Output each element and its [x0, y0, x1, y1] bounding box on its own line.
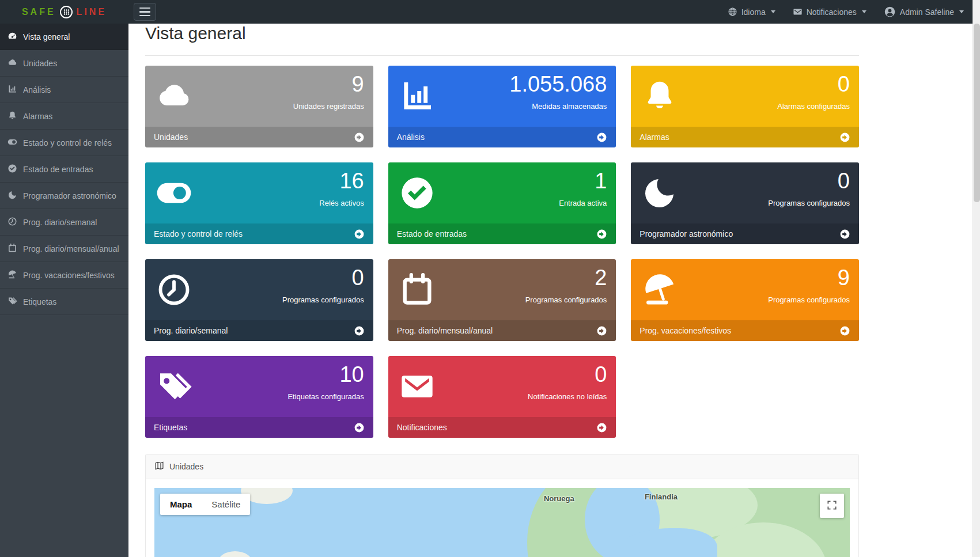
arrow-circle-right-icon — [596, 422, 607, 433]
globe-icon — [728, 7, 737, 17]
page-scrollbar[interactable] — [973, 0, 980, 557]
card-value: 0 — [595, 361, 607, 389]
map-type-control: Mapa Satélite — [160, 494, 250, 515]
sidebar-item-label: Vista general — [23, 32, 70, 41]
toggle-icon — [7, 137, 17, 149]
card-footer-link[interactable]: Prog. diario/semanal — [145, 320, 373, 341]
card-body: 0 Alarmas configuradas — [631, 66, 859, 127]
check-circle-icon — [7, 164, 17, 175]
calendar-icon — [7, 243, 17, 255]
card-footer-link[interactable]: Unidades — [145, 127, 373, 147]
card-footer-link[interactable]: Prog. vacaciones/festivos — [631, 320, 859, 341]
card-footer-link[interactable]: Etiquetas — [145, 417, 373, 438]
sidebar-item-alarmas[interactable]: Alarmas — [0, 103, 128, 130]
bar-chart-icon — [399, 78, 436, 115]
map-label-finlandia: Finlandia — [645, 492, 678, 501]
fullscreen-button[interactable] — [820, 494, 844, 518]
card-sublabel: Alarmas configuradas — [777, 102, 850, 111]
panel-body: Noruega Finlandia Mapa Satélite — [146, 479, 858, 557]
arrow-circle-right-icon — [596, 229, 607, 240]
sidebar-toggle-button[interactable] — [134, 3, 156, 21]
cloud-icon — [7, 58, 17, 69]
card-title: Análisis — [397, 132, 425, 142]
summary-card-prog-diario-semanal: 0 Programas configurados Prog. diario/se… — [145, 259, 373, 341]
summary-card-grid: 9 Unidades registradas Unidades 1.055.06… — [145, 66, 859, 438]
calendar-icon — [399, 271, 436, 308]
sidebar-item-label: Etiquetas — [23, 297, 56, 306]
card-body: 0 Programas configurados — [145, 259, 373, 320]
sidebar-item-label: Estado y control de relés — [23, 138, 112, 147]
panel-header: Unidades — [146, 454, 858, 479]
page-title: Vista general — [145, 24, 963, 43]
sidebar-item-prog-diario-semanal[interactable]: Prog. diario/semanal — [0, 209, 128, 236]
language-menu[interactable]: Idioma — [728, 7, 775, 17]
sidebar-item-prog-vacaciones-festivos[interactable]: Prog. vacaciones/festivos — [0, 262, 128, 289]
user-menu[interactable]: Admin Safeline — [884, 6, 964, 18]
arrow-circle-right-icon — [839, 325, 850, 336]
summary-card-programador-astronomico: 0 Programas configurados Programador ast… — [631, 162, 859, 244]
card-footer-link[interactable]: Análisis — [388, 127, 616, 147]
brand-logo[interactable]: SAFE LINE — [0, 0, 128, 24]
card-sublabel: Unidades registradas — [293, 102, 364, 111]
envelope-icon — [399, 368, 436, 405]
sidebar-item-estado-reles[interactable]: Estado y control de relés — [0, 130, 128, 156]
summary-card-notificaciones: 0 Notificaciones no leídas Notificacione… — [388, 356, 616, 438]
card-title: Estado de entradas — [397, 229, 467, 238]
map-type-button-mapa[interactable]: Mapa — [160, 494, 202, 515]
notifications-menu[interactable]: Notificaciones — [793, 7, 867, 17]
card-footer-link[interactable]: Estado de entradas — [388, 223, 616, 244]
sidebar-item-programador-astronomico[interactable]: Programador astronómico — [0, 183, 128, 209]
bell-icon — [641, 78, 678, 115]
card-sublabel: Etiquetas configuradas — [287, 392, 364, 401]
sidebar-item-label: Unidades — [23, 59, 57, 68]
map-type-button-satelite[interactable]: Satélite — [202, 494, 250, 515]
language-menu-label: Idioma — [741, 7, 766, 17]
fullscreen-icon — [826, 499, 838, 513]
card-value: 0 — [838, 168, 850, 195]
card-body: 16 Relés activos — [145, 162, 373, 223]
bar-chart-icon — [7, 84, 17, 96]
panel-title: Unidades — [169, 462, 203, 471]
card-sublabel: Programas configurados — [768, 199, 850, 207]
card-footer-link[interactable]: Estado y control de relés — [145, 223, 373, 244]
card-sublabel: Relés activos — [319, 199, 364, 207]
summary-card-estado-entradas: 1 Entrada activa Estado de entradas — [388, 162, 616, 244]
card-footer-link[interactable]: Notificaciones — [388, 417, 616, 438]
card-footer-link[interactable]: Alarmas — [631, 127, 859, 147]
sidebar-item-vista-general[interactable]: Vista general — [0, 24, 128, 50]
card-value: 9 — [352, 71, 364, 98]
tags-icon — [156, 368, 192, 405]
map-island — [218, 551, 252, 557]
card-footer-link[interactable]: Programador astronómico — [631, 223, 859, 244]
grid-empty-cell — [631, 356, 859, 438]
moon-icon — [7, 190, 17, 202]
summary-card-estado-reles: 16 Relés activos Estado y control de rel… — [145, 162, 373, 244]
brand-line-text: LINE — [77, 7, 107, 17]
card-title: Notificaciones — [397, 423, 447, 432]
moon-icon — [641, 175, 678, 211]
arrow-circle-right-icon — [839, 132, 850, 143]
title-divider — [145, 55, 859, 56]
card-footer-link[interactable]: Prog. diario/mensual/anual — [388, 320, 616, 341]
map-canvas[interactable]: Noruega Finlandia Mapa Satélite — [154, 488, 850, 557]
main-content: Vista general 9 Unidades registradas Uni… — [128, 24, 980, 557]
card-sublabel: Medidas almacenadas — [532, 102, 607, 111]
sidebar-item-etiquetas[interactable]: Etiquetas — [0, 289, 128, 315]
sidebar-item-unidades[interactable]: Unidades — [0, 50, 128, 77]
sidebar-item-estado-entradas[interactable]: Estado de entradas — [0, 156, 128, 183]
card-sublabel: Programas configurados — [768, 295, 850, 304]
sidebar-item-analisis[interactable]: Análisis — [0, 77, 128, 103]
chevron-down-icon — [862, 10, 867, 13]
sidebar-item-prog-diario-mensual-anual[interactable]: Prog. diario/mensual/anual — [0, 236, 128, 262]
card-value: 16 — [339, 168, 364, 195]
card-body: 1 Entrada activa — [388, 162, 616, 223]
top-navbar: SAFE LINE Idioma Notificaciones Admin Sa… — [0, 0, 980, 24]
card-body: 1.055.068 Medidas almacenadas — [388, 66, 616, 127]
summary-card-unidades: 9 Unidades registradas Unidades — [145, 66, 373, 147]
card-sublabel: Entrada activa — [559, 199, 607, 207]
card-title: Prog. diario/mensual/anual — [397, 326, 493, 335]
scrollbar-thumb[interactable] — [974, 24, 980, 202]
card-body: 9 Programas configurados — [631, 259, 859, 320]
card-title: Etiquetas — [154, 423, 187, 432]
cloud-icon — [156, 78, 192, 115]
